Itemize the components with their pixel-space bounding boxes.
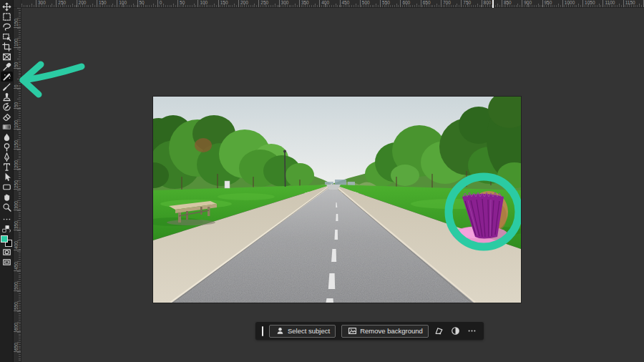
screen-mode-icon[interactable] [1,257,13,267]
h-ruler-label: 100 [197,0,208,8]
v-ruler-label: 650 [14,351,21,352]
adjustments-icon[interactable] [451,326,461,336]
h-ruler-label: 1150 [623,0,635,8]
history-brush-tool[interactable] [1,102,13,112]
v-ruler-label: 50 [14,68,21,69]
h-ruler-label: 500 [360,0,370,8]
v-ruler-label: 250 [14,189,21,190]
zoom-tool[interactable] [1,202,13,212]
h-ruler-label: 50 [177,0,185,8]
person-icon [275,326,285,336]
clone-stamp-tool[interactable] [1,92,13,102]
color-swatches[interactable] [1,235,12,247]
h-ruler-label: 750 [461,0,471,8]
hand-tool[interactable] [1,192,13,202]
h-ruler-label: 50 [137,0,145,8]
v-ruler-label: 100 [14,47,21,48]
h-ruler-label: 650 [421,0,431,8]
h-ruler-label: 1100 [602,0,615,8]
h-ruler-label: 300 [279,0,289,8]
move-tool[interactable] [1,1,13,11]
quick-mask-icon[interactable] [1,247,13,257]
crop-tool[interactable] [1,41,13,52]
horizontal-ruler: 3002502001501005005010015020025030035040… [21,0,644,8]
h-ruler-label: 450 [340,0,350,8]
h-ruler-label: 850 [502,0,512,8]
h-ruler-label: 150 [97,0,107,8]
h-ruler-label: 1000 [562,0,575,8]
v-ruler-label: 450 [14,270,21,271]
h-ruler-label: 150 [218,0,228,8]
image-icon [347,326,357,336]
taskbar-icon-group [434,326,477,336]
h-ruler-label: 250 [258,0,268,8]
pen-tool[interactable] [1,152,13,162]
brush-tool[interactable] [1,82,13,92]
vertical-ruler: 1501005005010015020025030035040045050055… [14,8,21,362]
v-ruler-label: 150 [14,27,21,28]
lasso-tool[interactable] [1,21,13,31]
h-ruler-label: 0 [157,0,162,8]
v-ruler-label: 400 [14,250,21,250]
swap-swatches-icon[interactable] [1,224,13,234]
tool-strip [0,0,14,362]
edit-toolbar-icon[interactable] [1,214,13,224]
annotation-arrow [16,59,90,103]
v-ruler-label: 150 [14,149,21,150]
h-ruler-label: 900 [522,0,532,8]
v-ruler-label: 100 [14,129,21,129]
ruler-cursor-marker [492,0,494,8]
contextual-task-bar: Select subject Remove background [255,322,484,340]
h-ruler-label: 800 [482,0,492,8]
h-ruler-label: 1050 [582,0,595,8]
v-ruler-label: 0 [14,88,21,89]
select-subject-label: Select subject [288,328,330,335]
select-subject-button[interactable]: Select subject [269,325,336,338]
h-ruler-label: 200 [238,0,248,8]
eyedropper-tool[interactable] [1,62,13,72]
v-ruler-label: 300 [14,210,21,210]
v-ruler-label: 600 [14,331,21,332]
v-ruler-label: 50 [14,108,21,109]
marquee-tool[interactable] [1,11,13,21]
h-ruler-label: 600 [400,0,410,8]
h-ruler-label: 100 [117,0,127,8]
transform-icon[interactable] [434,326,444,336]
h-ruler-label: 200 [77,0,87,8]
blur-tool[interactable] [1,132,13,142]
v-ruler-label: 550 [14,310,21,311]
photo-editor-window: 3002502001501005005010015020025030035040… [0,0,644,362]
shape-tool[interactable] [1,182,13,192]
path-selection-tool[interactable] [1,172,13,182]
eraser-tool[interactable] [1,112,13,122]
frame-tool[interactable] [1,52,13,62]
h-ruler-label: 700 [441,0,451,8]
object-selection-tool[interactable] [1,31,13,41]
document-canvas[interactable] [153,97,521,303]
dodge-tool[interactable] [1,142,13,152]
h-ruler-label: 950 [542,0,552,8]
gradient-tool[interactable] [1,122,13,132]
taskbar-drag-handle[interactable] [262,326,263,336]
type-tool[interactable] [1,162,13,172]
more-options-icon[interactable] [467,326,477,336]
remove-background-label: Remove background [360,328,423,335]
v-ruler-label: 200 [14,169,21,170]
remove-background-button[interactable]: Remove background [341,325,429,338]
v-ruler-label: 350 [14,230,21,230]
remove-tool[interactable] [1,72,13,82]
foreground-color-swatch[interactable] [1,235,8,243]
h-ruler-label: 400 [319,0,329,8]
h-ruler-label: 350 [299,0,309,8]
h-ruler-label: 550 [380,0,390,8]
h-ruler-label: 300 [36,0,46,8]
ruler-corner [14,0,21,8]
v-ruler-label: 500 [14,290,21,291]
h-ruler-label: 250 [56,0,66,8]
